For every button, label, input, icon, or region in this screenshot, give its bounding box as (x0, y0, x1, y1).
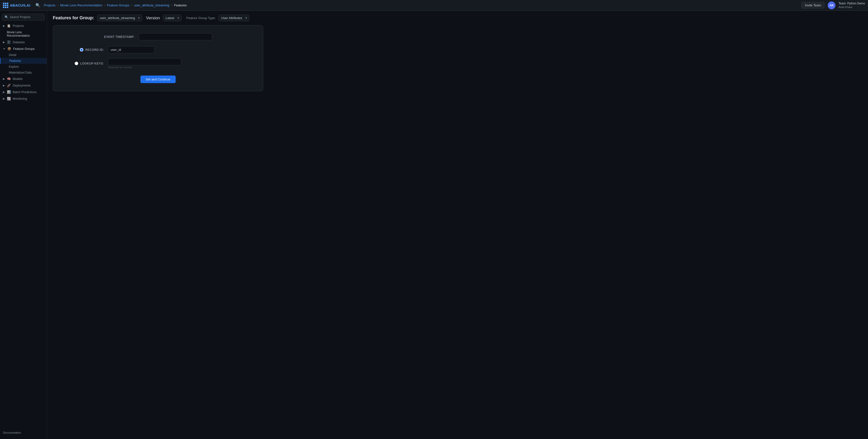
team-name: Team: Python Demo (838, 2, 865, 6)
feature-groups-children: Detail Features Explore Materialized Dat… (0, 52, 47, 75)
page-header: Features for Group: user_attribute_strea… (47, 11, 868, 25)
sidebar-item-feature-groups[interactable]: ▼ 📦 Feature Groups (0, 45, 47, 52)
sidebar-item-models-label: Models (13, 77, 23, 81)
team-info: Team: Python Demo Ankit Khare (838, 2, 865, 9)
monitoring-icon: 📈 (7, 97, 11, 100)
breadcrumb-feature-groups[interactable]: Feature Groups (107, 3, 129, 7)
logo-text: ABACUS.AI (10, 3, 30, 7)
topnav: ABACUS.AI 🔍 Projects > Movie Lens Recomm… (0, 0, 868, 11)
chevron-right-models-icon: ▶ (3, 77, 5, 80)
breadcrumb-streaming[interactable]: user_attribute_streaming (134, 3, 169, 7)
movie-lens-label: Movie Lens Recommendation (7, 31, 44, 37)
sidebar-item-monitoring-label: Monitoring (13, 97, 27, 100)
main-content: Features for Group: user_attribute_strea… (47, 11, 868, 439)
record-id-radio[interactable] (80, 48, 84, 52)
sidebar-child-detail[interactable]: Detail (0, 52, 47, 58)
user-name: Ankit Khare (838, 5, 865, 9)
event-timestamp-row: EVENT TIMESTAMP: (65, 33, 251, 40)
search-projects-input[interactable]: 🔍 Search Projects (2, 14, 45, 21)
search-projects-label: Search Projects (10, 15, 31, 19)
feature-card: EVENT TIMESTAMP: RECORD ID: LOOKUP KEYS: (53, 25, 263, 91)
search-button[interactable]: 🔍 (34, 2, 41, 8)
record-id-label: RECORD ID: (85, 48, 104, 52)
page-title: Features for Group: (53, 15, 94, 21)
breadcrumb-movie-lens[interactable]: Movie Lens Recommendation (60, 3, 102, 7)
group-selector-wrapper: user_attribute_streaming ▼ (97, 15, 142, 21)
sidebar-item-batch-predictions[interactable]: ▶ 📊 Batch Predictions (0, 89, 47, 95)
sidebar-child-materialized-data[interactable]: Materialized Data (0, 70, 47, 75)
record-id-row: RECORD ID: (65, 46, 251, 53)
group-selector[interactable]: user_attribute_streaming (97, 15, 142, 21)
models-icon: 🧠 (7, 77, 11, 81)
chevron-right-batch-icon: ▶ (3, 91, 5, 93)
sidebar-item-deployments-label: Deployments (13, 84, 31, 87)
topnav-right: Invite Team AK Team: Python Demo Ankit K… (801, 1, 865, 9)
sidebar-item-models[interactable]: ▶ 🧠 Models (0, 75, 47, 82)
feature-groups-icon: 📦 (7, 47, 11, 50)
chevron-right-deployments-icon: ▶ (3, 84, 5, 87)
sidebar-item-deployments[interactable]: ▶ 🚀 Deployments (0, 82, 47, 89)
search-icon: 🔍 (5, 15, 8, 19)
breadcrumb-current: Features (174, 3, 187, 7)
record-id-label-group: RECORD ID: (65, 48, 104, 52)
sidebar-item-projects[interactable]: ▶ 📋 Projects (0, 23, 47, 29)
sidebar-project-name[interactable]: Movie Lens Recommendation (0, 29, 47, 39)
event-timestamp-label: EVENT TIMESTAMP: (104, 35, 134, 39)
sidebar-item-monitoring[interactable]: ▶ 📈 Monitoring (0, 95, 47, 102)
lookup-keys-input-group: Separate by comma (108, 58, 181, 69)
batch-predictions-icon: 📊 (7, 90, 11, 94)
lookup-keys-input[interactable] (108, 58, 181, 65)
lookup-keys-hint: Separate by comma (108, 66, 181, 69)
deployments-icon: 🚀 (7, 83, 11, 87)
documentation-link[interactable]: Documentation (0, 428, 47, 437)
version-label: Version (146, 15, 160, 21)
main-layout: 🔍 Search Projects ▶ 📋 Projects Movie Len… (0, 11, 868, 439)
sidebar-item-datasets-label: Datasets (13, 41, 25, 44)
version-selector[interactable]: Latest (163, 15, 182, 21)
lookup-keys-label-group: LOOKUP KEYS: (65, 62, 104, 65)
fgt-selector[interactable]: User Attributes (218, 15, 249, 21)
sidebar-child-features[interactable]: Features (0, 58, 47, 64)
invite-team-button[interactable]: Invite Team (801, 2, 825, 8)
chevron-down-icon: ▼ (3, 47, 5, 50)
projects-icon: 📋 (7, 24, 11, 28)
chevron-right-monitoring-icon: ▶ (3, 97, 5, 100)
set-and-continue-button[interactable]: Set and Continue (141, 75, 176, 83)
sidebar-item-datasets[interactable]: ▶ 🗄️ Datasets (0, 39, 47, 45)
sidebar-item-projects-label: Projects (13, 24, 24, 28)
event-timestamp-input[interactable] (139, 33, 212, 40)
datasets-icon: 🗄️ (7, 40, 11, 44)
record-id-input[interactable] (108, 46, 154, 53)
logo[interactable]: ABACUS.AI (3, 3, 30, 8)
avatar[interactable]: AK (828, 1, 835, 9)
breadcrumb-projects[interactable]: Projects (44, 3, 55, 7)
button-row: Set and Continue (65, 74, 251, 83)
chevron-right-icon: ▶ (3, 25, 5, 27)
sidebar-item-batch-predictions-label: Batch Predictions (13, 91, 36, 94)
fgt-label: Feature Group Type: (186, 16, 216, 20)
chevron-right-datasets-icon: ▶ (3, 41, 5, 43)
logo-icon (3, 3, 8, 8)
lookup-keys-radio[interactable] (74, 62, 78, 65)
lookup-keys-label: LOOKUP KEYS: (80, 62, 104, 65)
lookup-keys-row: LOOKUP KEYS: Separate by comma (65, 58, 251, 69)
sidebar-child-explore[interactable]: Explore (0, 64, 47, 70)
sidebar-item-feature-groups-label: Feature Groups (13, 47, 35, 50)
breadcrumb: Projects > Movie Lens Recommendation > F… (44, 3, 187, 7)
fgt-selector-wrapper: User Attributes ▼ (218, 15, 249, 21)
version-selector-wrapper: Latest ▼ (163, 15, 182, 21)
sidebar: 🔍 Search Projects ▶ 📋 Projects Movie Len… (0, 11, 47, 439)
